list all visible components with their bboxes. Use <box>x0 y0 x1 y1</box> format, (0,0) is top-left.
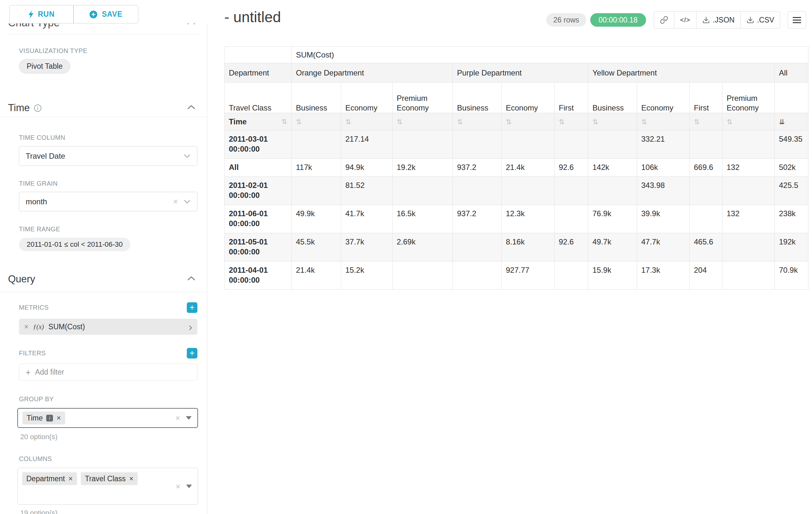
pivot-table-container: SUM(Cost)DepartmentOrange DepartmentPurp… <box>224 46 809 290</box>
pivot-value-cell: 217.14 <box>341 130 393 159</box>
pivot-value-cell: 21.4k <box>292 262 341 290</box>
time-grain-label: TIME GRAIN <box>19 180 58 187</box>
time-grain-select[interactable]: month × <box>19 192 197 211</box>
visualization-type-label: VISUALIZATION TYPE <box>19 47 87 55</box>
export-button-group: </> .JSON .CSV <box>654 11 780 29</box>
pivot-sort-cell: ⇅ <box>555 113 588 130</box>
pivot-value-cell <box>690 177 722 205</box>
caret-down-icon[interactable] <box>186 484 192 488</box>
sort-icon[interactable]: ⇅ <box>282 117 287 126</box>
columns-options-hint: 19 option(s) <box>20 509 57 514</box>
add-filter-label: Add filter <box>35 368 64 377</box>
query-section-header[interactable]: Query <box>8 273 35 285</box>
table-row: 2011-05-01 00:00:0045.5k37.7k2.69k8.16k9… <box>225 233 809 262</box>
sort-icon[interactable]: ⇅ <box>559 118 564 126</box>
columns-select[interactable]: Department × Travel Class × × <box>17 468 198 505</box>
plus-circle-icon <box>89 10 97 19</box>
sort-icon[interactable]: ⇅ <box>727 118 732 126</box>
copy-link-button[interactable] <box>654 11 674 29</box>
metric-pill[interactable]: × ƒ(x) SUM(Cost) › <box>19 319 197 335</box>
pivot-sort-cell: ⇅ <box>637 113 690 130</box>
metric-name: SUM(Cost) <box>49 323 85 331</box>
pivot-row-label: 2011-02-01 00:00:00 <box>225 177 292 205</box>
pivot-group-header: Orange Department <box>292 63 453 83</box>
link-icon <box>660 16 668 24</box>
plus-icon: + <box>26 368 30 377</box>
sort-icon[interactable]: ⇅ <box>457 118 463 126</box>
sort-icon[interactable]: ⇅ <box>592 118 598 126</box>
sort-icon[interactable]: ⇅ <box>641 118 647 126</box>
sort-icon[interactable]: ⇅ <box>506 118 512 126</box>
sort-icon[interactable]: ⇅ <box>345 118 351 126</box>
embed-code-button[interactable]: </> <box>674 11 696 29</box>
remove-chip-icon[interactable]: × <box>129 475 134 483</box>
remove-metric-icon[interactable]: × <box>24 322 29 331</box>
pivot-value-cell: 70.9k <box>775 262 809 290</box>
chevron-up-icon[interactable] <box>187 276 196 281</box>
visualization-type-pill[interactable]: Pivot Table <box>19 59 70 74</box>
pivot-sort-cell: ⇅ <box>292 113 341 130</box>
clear-icon[interactable]: × <box>173 197 178 206</box>
pivot-value-cell <box>453 262 502 290</box>
pivot-column-header: Economy <box>637 83 690 113</box>
pivot-value-cell: 17.3k <box>637 262 690 290</box>
sidebar-topbar: RUN SAVE <box>0 0 207 23</box>
chevron-up-icon[interactable] <box>187 105 196 110</box>
menu-button[interactable] <box>788 11 806 29</box>
pivot-value-cell: 47.7k <box>637 233 690 262</box>
pivot-value-cell: 15.9k <box>588 262 637 290</box>
table-row: 2011-06-01 00:00:0049.9k41.7k16.5k937.21… <box>225 205 809 233</box>
pivot-value-cell <box>588 130 637 159</box>
run-button[interactable]: RUN <box>9 5 74 23</box>
pivot-sort-cell: ⇅ <box>453 113 502 130</box>
remove-chip-icon[interactable]: × <box>57 414 61 422</box>
clear-icon[interactable]: × <box>175 414 180 422</box>
sort-icon[interactable]: ⇅ <box>694 118 700 126</box>
chevron-right-icon[interactable]: › <box>189 321 192 332</box>
pivot-value-cell: 332.21 <box>637 130 690 159</box>
pivot-table: SUM(Cost)DepartmentOrange DepartmentPurp… <box>224 46 809 290</box>
pivot-value-cell: 238k <box>775 205 809 233</box>
pivot-value-cell: 92.6 <box>555 233 588 262</box>
time-column-select[interactable]: Travel Date <box>19 146 197 166</box>
pivot-value-cell <box>722 177 775 205</box>
row-dimension-label: Time <box>229 117 247 126</box>
pivot-value-cell: 16.5k <box>393 205 453 233</box>
columns-chip[interactable]: Travel Class × <box>81 472 138 485</box>
clear-icon[interactable]: × <box>176 482 180 490</box>
pivot-column-header: Economy <box>502 83 555 113</box>
pivot-row-label: 2011-04-01 00:00:00 <box>225 262 292 290</box>
add-filter-plus-button[interactable]: + <box>187 348 197 358</box>
sort-descending-icon[interactable]: ⇊ <box>779 118 785 126</box>
pivot-value-cell: 19.2k <box>393 159 453 177</box>
remove-chip-icon[interactable]: × <box>68 475 72 483</box>
info-icon: i <box>34 104 41 112</box>
group-by-chip[interactable]: Time i × <box>23 411 65 424</box>
time-range-pill[interactable]: 2011-01-01 ≤ col < 2011-06-30 <box>19 238 130 251</box>
export-csv-button[interactable]: .CSV <box>741 11 781 29</box>
pivot-group-header: All <box>775 63 809 83</box>
sort-icon[interactable]: ⇅ <box>397 118 403 126</box>
pivot-value-cell: 425.5 <box>775 177 809 205</box>
download-icon <box>747 16 754 24</box>
add-metric-button[interactable]: + <box>187 302 197 313</box>
metrics-label: METRICS <box>19 304 49 311</box>
columns-chip[interactable]: Department × <box>22 472 77 485</box>
pivot-column-header: Economy <box>341 83 393 113</box>
save-button-label: SAVE <box>102 10 122 19</box>
group-by-select[interactable]: Time i × × <box>17 408 198 428</box>
pivot-value-cell: 92.6 <box>555 159 588 177</box>
pivot-value-cell <box>722 262 775 290</box>
pivot-value-cell: 12.3k <box>502 205 555 233</box>
pivot-value-cell: 15.2k <box>341 262 393 290</box>
sort-icon[interactable]: ⇅ <box>296 118 302 126</box>
download-icon <box>702 16 710 24</box>
time-section-header[interactable]: Time i <box>8 102 41 114</box>
bolt-icon <box>28 10 34 19</box>
add-filter-button[interactable]: + Add filter <box>19 364 197 381</box>
caret-down-icon[interactable] <box>186 416 192 420</box>
pivot-row-label: All <box>225 159 292 177</box>
export-json-button[interactable]: .JSON <box>696 11 741 29</box>
save-button[interactable]: SAVE <box>74 5 138 23</box>
pivot-sort-cell: ⇅ <box>502 113 555 130</box>
